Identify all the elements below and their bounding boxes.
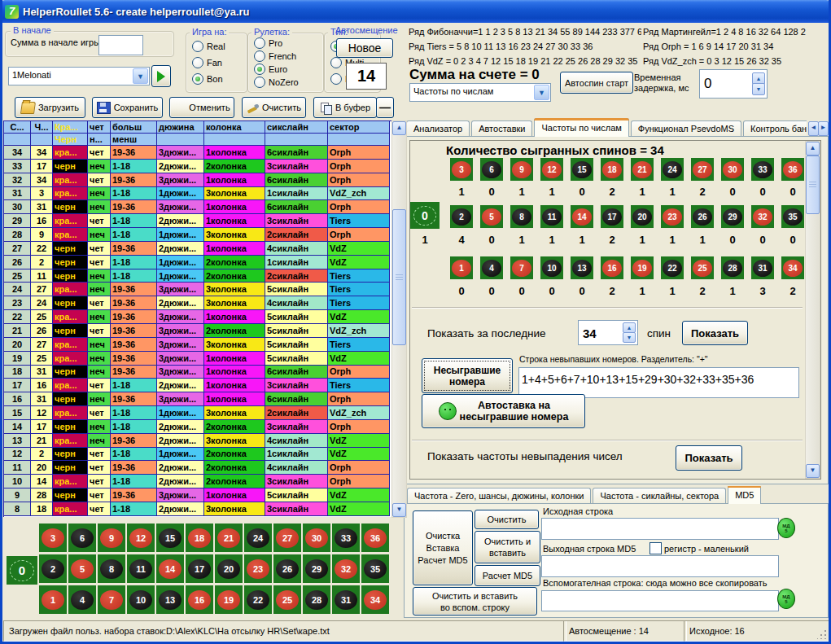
number-cell-34[interactable]: 34 (361, 585, 389, 614)
number-cell-18[interactable]: 18 (186, 524, 213, 552)
play-button[interactable] (151, 65, 171, 87)
number-cell-23[interactable]: 23 (244, 554, 272, 583)
radio-option-fan[interactable]: Fan (186, 57, 246, 68)
number-cell-10[interactable]: 10 (540, 256, 563, 279)
number-cell-3[interactable]: 3 (450, 158, 473, 181)
md5-aux-input[interactable] (541, 590, 779, 611)
number-cell-32[interactable]: 32 (332, 554, 360, 583)
number-cell-25[interactable]: 25 (273, 585, 301, 614)
number-cell-14[interactable]: 14 (156, 554, 184, 583)
register-checkbox[interactable] (649, 542, 662, 554)
number-cell-13[interactable]: 13 (156, 585, 184, 614)
number-cell-12[interactable]: 12 (127, 524, 155, 552)
table-row[interactable]: 2511черннеч1-181дюжи...2колонка2сиклайнT… (4, 269, 392, 283)
number-cell-5[interactable]: 5 (68, 554, 96, 583)
number-cell-35[interactable]: 35 (361, 554, 389, 583)
scroll-up-icon[interactable]: ▲ (392, 121, 406, 135)
number-cell-29[interactable]: 29 (303, 554, 330, 583)
bottom-tab-2[interactable]: MD5 (728, 486, 761, 504)
number-cell-27[interactable]: 27 (691, 158, 714, 181)
scroll-down-icon[interactable]: ▼ (392, 503, 406, 517)
toolbar-button-minus[interactable]: — (376, 97, 394, 118)
number-cell-11[interactable]: 11 (540, 205, 563, 228)
scrollbar-thumb[interactable] (806, 156, 820, 214)
resize-grip[interactable] (817, 629, 827, 639)
table-row[interactable]: 1321кра...неч19-362дюжи...3колонка4сикла… (4, 434, 392, 448)
main-tab-3[interactable]: Функционал PsevdoMS (631, 120, 741, 137)
number-cell-1[interactable]: 1 (450, 256, 473, 279)
table-row[interactable]: 122чернчет1-181дюжи...2колонка1сиклайнVd… (4, 448, 392, 462)
table-row[interactable]: 313кра...неч1-181дюжи...3колонка1сиклайн… (4, 187, 392, 201)
number-cell-5[interactable]: 5 (480, 205, 503, 228)
number-cell-35[interactable]: 35 (781, 205, 804, 228)
table-row[interactable]: 1014кра...чет1-182дюжи...2колонка3сиклай… (4, 475, 392, 488)
scroll-up-icon[interactable]: ▲ (806, 142, 820, 156)
number-cell-36[interactable]: 36 (361, 524, 389, 552)
number-cell-34[interactable]: 34 (781, 256, 804, 279)
number-cell-17[interactable]: 17 (186, 554, 213, 583)
number-cell-24[interactable]: 24 (244, 524, 272, 552)
number-cell-1[interactable]: 1 (39, 585, 67, 614)
number-cell-15[interactable]: 15 (571, 158, 593, 181)
number-cell-21[interactable]: 21 (631, 158, 654, 181)
spin-down-icon[interactable]: ▼ (623, 332, 636, 343)
bottom-tab-1[interactable]: Частота - сиклайны, сектора (593, 488, 726, 504)
main-tab-1[interactable]: Автоставки (471, 120, 532, 137)
table-row[interactable]: 1831черннеч19-363дюжи...1колонка6сиклайн… (4, 366, 392, 379)
number-cell-6[interactable]: 6 (480, 158, 503, 181)
spins-table[interactable]: С...Ч...Кра...четбольшдюжинаколонкасиксл… (3, 120, 392, 517)
number-cell-13[interactable]: 13 (571, 256, 593, 279)
mode-combo[interactable]: Частоты по числам ▼ (409, 83, 551, 102)
spin-down-icon[interactable]: ▼ (752, 83, 765, 95)
table-row[interactable]: 2324чернчет19-362дюжи...3колонка4сиклайн… (4, 296, 392, 310)
number-cell-6[interactable]: 6 (68, 524, 96, 552)
number-cell-4[interactable]: 4 (480, 256, 503, 279)
table-row[interactable]: 1716кра...чет1-182дюжи...1колонка3сиклай… (4, 379, 392, 392)
table-row[interactable]: 2126чернчет19-363дюжи...2колонка5сиклайн… (4, 324, 392, 338)
radio-option-bon[interactable]: Bon (186, 73, 246, 85)
number-cell-30[interactable]: 30 (303, 524, 330, 552)
table-row[interactable]: 928чернчет19-363дюжи...1колонка5сиклайнV… (4, 488, 392, 502)
table-row[interactable]: 818кра...чет1-182дюжи...3колонка3сиклайн… (4, 502, 392, 516)
main-tab-4[interactable]: Контроль банкро (743, 120, 807, 137)
radio-option-french[interactable]: French (247, 50, 322, 62)
number-cell-16[interactable]: 16 (601, 256, 623, 279)
number-cell-33[interactable]: 33 (332, 524, 360, 552)
number-cell-31[interactable]: 31 (751, 256, 774, 279)
number-cell-27[interactable]: 27 (273, 524, 301, 552)
toolbar-button-undo[interactable]: Отменить (169, 97, 234, 118)
number-cell-32[interactable]: 32 (751, 205, 774, 228)
number-cell-20[interactable]: 20 (215, 554, 243, 583)
number-cell-9[interactable]: 9 (98, 524, 125, 552)
number-cell-8[interactable]: 8 (98, 554, 125, 583)
unplayed-numbers-button[interactable]: Несыгравшие номера (422, 358, 513, 393)
number-cell-7[interactable]: 7 (98, 585, 125, 614)
table-row[interactable]: 289кра...неч1-181дюжи...3колонка2сиклайн… (4, 228, 392, 242)
radio-option-real[interactable]: Real (186, 41, 246, 52)
toolbar-button-floppy[interactable]: Сохранить (92, 97, 163, 118)
number-cell-20[interactable]: 20 (631, 205, 654, 228)
number-cell-22[interactable]: 22 (661, 256, 684, 279)
md5-calc-button[interactable]: Расчет MD5 (475, 565, 540, 586)
number-cell-16[interactable]: 16 (186, 585, 213, 614)
toolbar-button-copy[interactable]: В буфер (313, 97, 377, 118)
delay-spinner[interactable]: 0 ▲ ▼ (699, 69, 768, 99)
main-tab-0[interactable]: Анализатор (406, 120, 470, 137)
number-cell-23[interactable]: 23 (661, 205, 684, 228)
number-cell-2[interactable]: 2 (39, 554, 67, 583)
number-cell-29[interactable]: 29 (721, 205, 744, 228)
table-row[interactable]: 2225кра...неч19-363дюжи...1колонка5сикла… (4, 310, 392, 324)
table-row[interactable]: 3434кра...чет19-363дюжи...1колонка6сикла… (4, 146, 392, 160)
md5-clear-insert-button[interactable]: Очистить и вставить (475, 531, 540, 563)
number-cell-14[interactable]: 14 (571, 205, 593, 228)
number-cell-28[interactable]: 28 (303, 585, 330, 614)
number-cell-3[interactable]: 3 (39, 524, 67, 552)
number-cell-19[interactable]: 19 (215, 585, 243, 614)
table-row[interactable]: 3031черннеч19-363дюжи...1колонка6сиклайн… (4, 200, 392, 214)
number-cell-15[interactable]: 15 (156, 524, 184, 552)
main-tab-2[interactable]: Частоты по числам (534, 118, 628, 137)
freq-scrollbar[interactable]: ▲ ▼ (805, 141, 820, 479)
autobet-unplayed-button[interactable]: Автоставка на несыгравшие номера (422, 394, 585, 428)
start-sum-input[interactable] (98, 35, 143, 55)
number-cell-17[interactable]: 17 (601, 205, 623, 228)
